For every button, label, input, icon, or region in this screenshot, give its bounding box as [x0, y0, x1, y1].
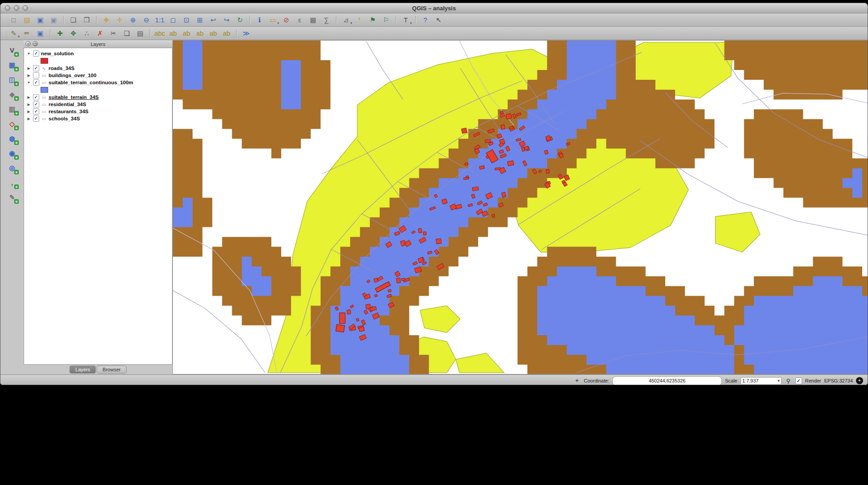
pan-map-button[interactable]: ✥: [100, 14, 112, 25]
layer-label[interactable]: roads_34S: [49, 66, 74, 71]
move-rotate-label-button[interactable]: ab: [207, 28, 219, 39]
layer-label[interactable]: residential_34S: [49, 102, 86, 107]
close-button[interactable]: [5, 5, 10, 11]
save-project-as-button[interactable]: ▣: [48, 14, 60, 25]
copy-features-button[interactable]: ❏: [121, 28, 133, 39]
help-button[interactable]: ?: [419, 14, 431, 25]
add-wfs-layer-button[interactable]: ◎: [6, 162, 18, 173]
layer-visibility-checkbox[interactable]: ✓: [33, 50, 39, 57]
add-wcs-layer-button[interactable]: ◉: [6, 148, 18, 159]
zoom-to-layer-button[interactable]: ⊞: [194, 14, 206, 25]
toggle-editing-button[interactable]: ✏: [21, 28, 33, 39]
field-calculator-button[interactable]: ∑: [320, 14, 332, 25]
add-postgis-layer-button[interactable]: ◫: [6, 74, 18, 85]
layer-item-schools_34S[interactable]: ▶✓▭schools_34S: [24, 115, 172, 122]
attribute-table-button[interactable]: ▦: [307, 14, 319, 25]
delete-selected-button[interactable]: ✗: [94, 28, 106, 39]
title-bar[interactable]: QGIS – analysis: [0, 3, 868, 13]
zoom-button[interactable]: [23, 5, 28, 11]
open-project-button[interactable]: ▤: [21, 14, 33, 25]
new-composer-button[interactable]: ❏: [67, 14, 79, 25]
python-console-button[interactable]: ≫: [240, 28, 252, 39]
deselect-features-button[interactable]: ⊘: [280, 14, 292, 25]
panel-close-button[interactable]: ×: [25, 41, 31, 46]
expand-arrow-icon[interactable]: ▶: [26, 117, 31, 121]
expand-arrow-icon[interactable]: ▶: [26, 95, 31, 99]
add-mssql-layer-button[interactable]: ▥: [6, 103, 18, 115]
new-bookmark-button[interactable]: ⚑: [367, 14, 379, 25]
refresh-button[interactable]: ↻: [234, 14, 246, 25]
layer-visibility-checkbox[interactable]: ✓: [33, 65, 39, 71]
zoom-to-selection-button[interactable]: ⊡: [180, 14, 192, 25]
layer-label[interactable]: schools_34S: [49, 116, 80, 121]
coordinate-input[interactable]: [612, 376, 722, 386]
layer-item-suitable_terrain_34S[interactable]: ▶✓▭suitable_terrain_34S: [24, 94, 172, 101]
identify-features-button[interactable]: ℹ: [254, 14, 266, 25]
labeling-options-button[interactable]: abc: [154, 28, 166, 39]
zoom-next-button[interactable]: ↪: [221, 14, 233, 25]
layer-symbology-swatch[interactable]: [41, 87, 48, 93]
layer-item-buildings_over_100[interactable]: ▶▭buildings_over_100: [24, 72, 172, 79]
scale-combo[interactable]: 1:7,937 ▾: [741, 377, 782, 385]
tab-browser[interactable]: Browser: [97, 366, 126, 374]
layer-visibility-checkbox[interactable]: ✓: [33, 108, 39, 115]
zoom-last-button[interactable]: ↩: [207, 14, 219, 25]
change-label-properties-button[interactable]: ab: [221, 28, 233, 39]
render-checkbox[interactable]: ✓: [795, 378, 802, 384]
expand-arrow-icon[interactable]: ▶: [26, 66, 31, 70]
layer-item-residential_34S[interactable]: ▶✓▭residential_34S: [24, 101, 172, 108]
minimize-button[interactable]: [14, 5, 19, 11]
text-annotation-button[interactable]: T: [400, 14, 412, 25]
add-wms-layer-button[interactable]: ◍: [6, 133, 18, 144]
pin-unpin-labels-button[interactable]: ab: [180, 28, 192, 39]
panel-float-button[interactable]: ◳: [33, 41, 38, 46]
zoom-out-button[interactable]: ⊖: [140, 14, 152, 25]
layer-item-new_solution[interactable]: ▼✓new_solution: [24, 50, 172, 57]
scale-caret-icon[interactable]: ▾: [778, 378, 780, 383]
layer-visibility-checkbox[interactable]: [33, 72, 39, 78]
layer-label[interactable]: buildings_over_100: [49, 73, 96, 78]
layer-item-suitable_terrain_continuous_100m[interactable]: ▼✓▭suitable_terrain_continuous_100m: [24, 79, 172, 86]
log-messages-button[interactable]: +: [856, 377, 863, 384]
paste-features-button[interactable]: ▤: [134, 28, 146, 39]
expand-arrow-icon[interactable]: ▶: [26, 103, 31, 107]
save-layer-edits-button[interactable]: ▣: [34, 28, 46, 39]
add-vector-layer-button[interactable]: V: [6, 45, 18, 56]
map-canvas[interactable]: [172, 40, 868, 374]
add-raster-layer-button[interactable]: ▦: [6, 59, 18, 70]
layer-item-restaurants_34S[interactable]: ▶✓▭restaurants_34S: [24, 108, 172, 115]
show-hide-labels-button[interactable]: ab: [194, 28, 206, 39]
add-delimited-text-layer-button[interactable]: ,: [6, 177, 18, 188]
layer-label[interactable]: restaurants_34S: [49, 109, 89, 114]
whats-this-button[interactable]: ↖: [433, 14, 445, 25]
layer-visibility-checkbox[interactable]: ✓: [33, 115, 39, 122]
add-oracle-layer-button[interactable]: ◇: [6, 118, 18, 129]
zoom-native-button[interactable]: 1:1: [154, 14, 166, 25]
layer-visibility-checkbox[interactable]: ✓: [33, 79, 39, 86]
node-tool-button[interactable]: ∴: [81, 28, 93, 39]
zoom-full-button[interactable]: ◻: [167, 14, 179, 25]
layer-item-roads_34S[interactable]: ▶✓∿roads_34S: [24, 65, 172, 72]
select-features-button[interactable]: ▭: [267, 14, 279, 25]
current-edits-button[interactable]: ✎: [8, 28, 20, 39]
scale-magnifier-icon[interactable]: ⚲: [785, 378, 792, 384]
layer-symbology-swatch[interactable]: [41, 58, 48, 64]
tab-layers[interactable]: Layers: [70, 366, 96, 374]
mouse-position-icon[interactable]: ⌖: [573, 377, 581, 384]
layer-visibility-checkbox[interactable]: ✓: [33, 101, 39, 107]
select-by-expression-button[interactable]: ε: [294, 14, 306, 25]
new-shapefile-layer-button[interactable]: ✎: [6, 192, 18, 203]
move-feature-button[interactable]: ✥: [67, 28, 79, 39]
collapse-arrow-icon[interactable]: ▼: [26, 81, 31, 85]
add-spatialite-layer-button[interactable]: ◈: [6, 89, 18, 100]
layer-label[interactable]: suitable_terrain_continuous_100m: [49, 80, 133, 85]
show-bookmarks-button[interactable]: ⚐: [380, 14, 392, 25]
zoom-in-button[interactable]: ⊕: [127, 14, 139, 25]
composer-manager-button[interactable]: ❐: [81, 14, 93, 25]
expand-arrow-icon[interactable]: ▶: [26, 74, 31, 78]
change-label-button[interactable]: ab: [167, 28, 179, 39]
layer-label[interactable]: new_solution: [41, 51, 74, 56]
save-project-button[interactable]: ▣: [34, 14, 46, 25]
expand-arrow-icon[interactable]: ▶: [26, 110, 31, 114]
add-feature-button[interactable]: ✚: [54, 28, 66, 39]
